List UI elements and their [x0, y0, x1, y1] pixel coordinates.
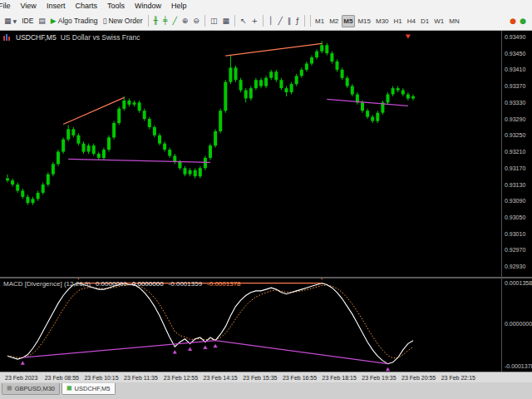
toolbar-separator: [310, 15, 311, 27]
time-axis-label: 23 Feb 10:15: [84, 375, 118, 381]
price-scale-label: 0.93090: [505, 198, 525, 204]
line-chart-button[interactable]: ╱: [170, 14, 179, 28]
menu-item-help[interactable]: Help: [166, 0, 192, 12]
time-axis-label: 23 Feb 08:55: [45, 375, 79, 381]
algo-trading-button[interactable]: ▶Algo Trading: [48, 14, 101, 28]
dropdown-caret-icon: ▼: [13, 18, 17, 24]
macd-value: -0.0001378: [207, 280, 240, 288]
price-scale-label: 0.93330: [505, 100, 525, 106]
time-axis-label: 23 Feb 11:35: [124, 375, 158, 381]
macd-scale-label: 0.0001358: [505, 280, 532, 286]
price-scale-label: 0.92970: [505, 247, 525, 253]
menu-item-insert[interactable]: Insert: [42, 0, 71, 12]
time-axis-label: 23 Feb 12:55: [164, 375, 198, 381]
arrange-windows-icon: ▦: [222, 17, 229, 25]
timeframe-mn[interactable]: MN: [447, 15, 461, 27]
crosshair-button[interactable]: +: [249, 14, 260, 28]
macd-value: 0.0000000: [96, 280, 127, 288]
new-chart-icon: ▦: [4, 17, 12, 25]
candles-chart-button[interactable]: ╪: [160, 14, 170, 28]
toolbar-separator: [263, 15, 264, 27]
price-trendlines[interactable]: [63, 43, 408, 162]
connection-icon[interactable]: ●: [520, 17, 526, 25]
arrange-windows-button[interactable]: ▦: [219, 14, 232, 28]
price-scale[interactable]: 0.934900.934500.934100.933700.933300.932…: [501, 31, 532, 372]
price-scale-label: 0.92930: [505, 264, 525, 269]
time-axis-label: 23 Feb 14:15: [204, 375, 238, 381]
chart-tab-icon: ▦: [66, 386, 72, 392]
timeframe-m30[interactable]: M30: [373, 15, 391, 27]
new-order-button[interactable]: ▯New Order: [100, 14, 145, 28]
toolbar: ▦▼IDE▤▶Algo Trading▯New Order╫╪╱⊕⊖◫▦↖+│╱…: [0, 12, 532, 31]
fibonacci-button[interactable]: ƒ: [293, 14, 301, 28]
channel-button[interactable]: ∥: [285, 14, 294, 28]
time-axis-label: 23 Feb 20:55: [401, 375, 436, 381]
price-scale-label: 0.93490: [505, 34, 525, 40]
zoom-in-button[interactable]: ⊕: [180, 14, 191, 28]
time-axis-label: 23 Feb 18:15: [323, 375, 357, 381]
menu-item-window[interactable]: Window: [130, 0, 166, 12]
chart-tab-icon: ▦: [7, 386, 12, 392]
timeframe-m15[interactable]: M15: [356, 15, 373, 27]
trendline-button[interactable]: ╱: [275, 14, 284, 28]
chart-window[interactable]: USDCHF,M5 US Dollar vs Swiss Franc MACD …: [0, 31, 532, 372]
timeframe-m5[interactable]: M5: [342, 15, 355, 27]
profiles-button[interactable]: ▤: [36, 14, 48, 28]
zoom-out-icon: ⊖: [193, 17, 200, 25]
trendline-icon: ╱: [278, 17, 282, 25]
macd-value: -0.0001359: [169, 280, 202, 288]
timeframe-d1[interactable]: D1: [419, 15, 431, 27]
menu-item-charts[interactable]: Charts: [70, 0, 102, 12]
toolbar-separator: [304, 15, 305, 27]
sell-signal-icon: [406, 34, 411, 38]
macd-trendlines[interactable]: [22, 283, 387, 364]
line-chart-icon: ╱: [172, 17, 176, 25]
cursor-button[interactable]: ↖: [238, 14, 249, 28]
time-axis-label: 23 Feb 2023: [5, 375, 37, 381]
chart-tab-gbpusd-m30[interactable]: ▦GBPUSD,M30: [2, 383, 60, 395]
time-axis[interactable]: 23 Feb 202323 Feb 08:5523 Feb 10:1523 Fe…: [0, 372, 532, 383]
price-chart-svg[interactable]: [0, 31, 501, 277]
time-axis-label: 23 Feb 15:35: [243, 375, 277, 381]
timeframe-h1[interactable]: H1: [392, 15, 404, 27]
bars-chart-icon: ╫: [154, 17, 158, 25]
status-icons: ●●: [510, 17, 530, 25]
toolbar-separator: [234, 15, 235, 27]
timeframe-h4[interactable]: H4: [405, 15, 417, 27]
alerts-icon[interactable]: ●: [510, 17, 516, 25]
chart-icon: [3, 34, 12, 42]
new-chart-button[interactable]: ▦▼: [2, 14, 19, 28]
price-scale-label: 0.93250: [505, 132, 525, 138]
menu-item-file[interactable]: File: [0, 0, 16, 12]
timeframe-m2[interactable]: M2: [328, 15, 341, 27]
price-scale-label: 0.93410: [505, 66, 525, 72]
up-arrow-icon: [173, 350, 177, 354]
macd-value: 0.0000000: [132, 280, 164, 288]
chart-tab-usdchf-m5[interactable]: ▦USDCHF,M5: [62, 383, 116, 395]
macd-scale-label: -0.0001378: [505, 363, 532, 369]
chart-symbol-period: USDCHF,M5: [16, 33, 57, 42]
macd-chart-svg[interactable]: [0, 278, 501, 372]
bars-chart-button[interactable]: ╫: [151, 14, 160, 28]
chart-tab-bar: ▦GBPUSD,M30▦USDCHF,M5: [0, 382, 532, 399]
zoom-in-icon: ⊕: [182, 17, 189, 25]
timeframe-m1[interactable]: M1: [313, 15, 327, 27]
chart-title: USDCHF,M5 US Dollar vs Swiss Franc: [3, 33, 140, 42]
tile-windows-button[interactable]: ◫: [208, 14, 220, 28]
menu-bar: FileViewInsertChartsToolsWindowHelp: [0, 0, 532, 12]
zoom-out-button[interactable]: ⊖: [190, 14, 202, 28]
timeframe-w1[interactable]: W1: [432, 15, 446, 27]
metaeditor-button[interactable]: IDE: [19, 14, 36, 28]
menu-item-tools[interactable]: Tools: [102, 0, 130, 12]
metatrader-app: FileViewInsertChartsToolsWindowHelp ▦▼ID…: [0, 0, 532, 31]
price-scale-label: 0.93290: [505, 116, 525, 122]
chart-tab-label: GBPUSD,M30: [15, 385, 55, 392]
metaeditor-button-label: IDE: [22, 17, 33, 25]
macd-name: MACD [Divergence] (12,26,9): [3, 280, 91, 288]
price-scale-label: 0.93010: [505, 231, 525, 237]
time-axis-label: 23 Feb 16:55: [283, 375, 317, 381]
vertical-line-button[interactable]: │: [266, 14, 275, 28]
macd-signal-line: [7, 285, 413, 358]
crosshair-icon: +: [251, 17, 258, 25]
menu-item-view[interactable]: View: [16, 0, 42, 12]
